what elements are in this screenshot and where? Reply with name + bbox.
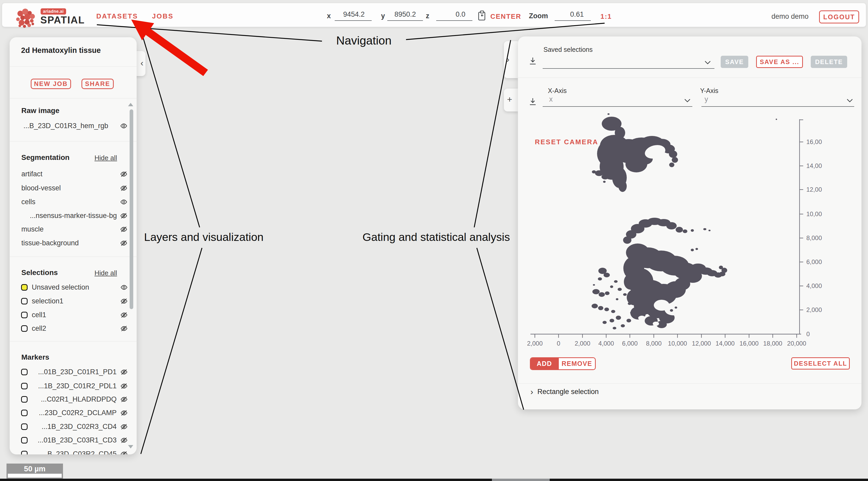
center-button[interactable]: CENTER <box>490 12 521 21</box>
selection-checkbox[interactable] <box>21 312 28 318</box>
marker-row[interactable]: ...1B_23D_C01R2_PDL1 <box>21 381 128 391</box>
chevron-down-icon[interactable] <box>846 98 853 102</box>
eye-icon[interactable] <box>120 198 127 206</box>
marker-label: ...01B_23D_C01R1_PD1 <box>28 368 120 376</box>
selection-label: cell1 <box>32 311 120 319</box>
divider <box>518 78 862 78</box>
svg-text:0: 0 <box>557 340 560 347</box>
eye-off-icon[interactable] <box>120 212 127 219</box>
eye-off-icon[interactable] <box>120 382 128 390</box>
eye-off-icon[interactable] <box>120 423 128 430</box>
marker-checkbox[interactable] <box>21 396 28 402</box>
eye-off-icon[interactable] <box>120 170 127 178</box>
eye-off-icon[interactable] <box>120 409 128 417</box>
download-icon[interactable] <box>529 57 537 66</box>
segmentation-row[interactable]: tissue-background <box>21 238 127 248</box>
x-axis-select[interactable]: x <box>542 95 692 107</box>
eye-icon[interactable] <box>120 122 127 130</box>
y-axis-select[interactable]: y <box>702 95 854 107</box>
eye-icon[interactable] <box>120 283 128 291</box>
coord-z-input[interactable]: 0.0 <box>436 10 472 21</box>
chevron-down-icon[interactable] <box>684 98 691 102</box>
scale-bar-rule <box>8 474 62 478</box>
selection-checkbox[interactable] <box>21 298 28 304</box>
marker-row[interactable]: ...1B_23D_C02R3_CD4 <box>21 421 128 432</box>
selection-row[interactable]: cell1 <box>21 310 128 320</box>
eye-off-icon[interactable] <box>120 437 128 444</box>
segmentation-row[interactable]: muscle <box>21 224 127 234</box>
layer-label: blood-vessel <box>21 184 120 192</box>
marker-label: ...C02R1_HLADRDPDQ <box>28 395 120 403</box>
rectangle-selection-toggle[interactable]: › Rectangle selection <box>530 388 599 396</box>
eye-off-icon[interactable] <box>120 297 128 305</box>
eye-off-icon[interactable] <box>120 368 128 376</box>
marker-row[interactable]: ...23D_C02R2_DCLAMP <box>21 408 128 418</box>
marker-row[interactable]: ...01B_23D_C01R1_PD1 <box>21 367 128 377</box>
segmentation-hide-all-link[interactable]: Hide all <box>94 154 117 162</box>
top-bar: ariadne.ai SPATIAL DATASETS JOBS x 9454.… <box>2 3 866 27</box>
marker-row[interactable]: ...C02R1_HLADRDPDQ <box>21 394 128 404</box>
eye-off-icon[interactable] <box>120 226 127 233</box>
one-to-one-button[interactable]: 1:1 <box>600 12 612 21</box>
selection-checkbox[interactable] <box>21 325 28 332</box>
remove-mode-button[interactable]: REMOVE <box>558 358 595 369</box>
svg-text:0: 0 <box>806 330 810 337</box>
add-plot-tab[interactable]: + <box>504 89 518 112</box>
zoom-input[interactable]: 0.61 <box>555 10 591 21</box>
gate-mode-group: ADD REMOVE <box>530 357 596 370</box>
download-icon[interactable] <box>529 97 537 106</box>
marker-row[interactable]: ...B_23D_C03R2_CD45 <box>21 449 128 454</box>
save-button[interactable]: SAVE <box>721 56 748 68</box>
svg-text:14,000: 14,000 <box>715 340 735 347</box>
segmentation-row[interactable]: blood-vessel <box>21 183 127 193</box>
eye-off-icon[interactable] <box>120 396 128 403</box>
selection-row[interactable]: cell2 <box>21 323 128 334</box>
scroll-up-arrow[interactable] <box>128 103 133 106</box>
stray-point <box>776 119 777 120</box>
right-panel-collapse-tab[interactable]: › <box>504 41 518 78</box>
coord-x-input[interactable]: 9454.2 <box>335 10 372 21</box>
new-job-button[interactable]: NEW JOB <box>31 79 71 89</box>
marker-label: ...1B_23D_C02R3_CD4 <box>28 423 120 431</box>
eye-off-icon[interactable] <box>120 311 128 319</box>
eye-off-icon[interactable] <box>120 184 127 192</box>
marker-label: ...B_23D_C03R2_CD45 <box>28 450 120 455</box>
saved-selections-select[interactable] <box>542 57 714 69</box>
chevron-down-icon[interactable] <box>704 60 711 65</box>
segmentation-row[interactable]: artifact <box>21 169 127 179</box>
delete-button[interactable]: DELETE <box>811 56 847 68</box>
marker-checkbox[interactable] <box>21 451 28 455</box>
raw-image-row[interactable]: ...B_23D_C01R3_hem_rgb <box>24 121 127 131</box>
save-as-button[interactable]: SAVE AS ... <box>756 56 803 68</box>
nav-datasets[interactable]: DATASETS <box>96 12 138 20</box>
marker-row[interactable]: ...01B_23D_C03R1_CD3 <box>21 435 128 445</box>
gating-scatter-plot[interactable]: 2,000 0 2,000 4,000 6,000 8,000 10,000 1… <box>526 112 862 350</box>
marker-checkbox[interactable] <box>21 369 28 375</box>
coord-y-input[interactable]: 8950.2 <box>387 10 423 21</box>
chevron-right-icon: › <box>530 388 533 396</box>
logout-button[interactable]: LOGOUT <box>819 10 859 24</box>
eye-off-icon[interactable] <box>120 450 128 455</box>
eye-off-icon[interactable] <box>120 325 128 332</box>
copy-coordinates-icon[interactable] <box>478 10 486 21</box>
marker-checkbox[interactable] <box>21 423 28 430</box>
marker-checkbox[interactable] <box>21 383 28 389</box>
selection-row[interactable]: selection1 <box>21 296 128 306</box>
scroll-down-arrow[interactable] <box>128 445 133 448</box>
share-button[interactable]: SHARE <box>82 79 114 89</box>
scrollbar-thumb[interactable] <box>130 109 133 309</box>
deselect-all-button[interactable]: DESELECT ALL <box>791 357 850 369</box>
nav-jobs[interactable]: JOBS <box>152 12 174 20</box>
add-mode-button[interactable]: ADD <box>531 358 558 369</box>
selection-checkbox[interactable] <box>21 284 28 291</box>
segmentation-row[interactable]: cells <box>21 197 127 207</box>
layer-label: ...nsensus-marker-tissue-bg <box>21 212 120 220</box>
marker-checkbox[interactable] <box>21 437 28 444</box>
marker-checkbox[interactable] <box>21 410 28 416</box>
selection-row[interactable]: Unsaved selection <box>21 282 128 293</box>
selections-hide-all-link[interactable]: Hide all <box>94 269 117 277</box>
divider <box>518 383 862 384</box>
segmentation-row[interactable]: ...nsensus-marker-tissue-bg <box>21 210 127 221</box>
svg-text:8,000: 8,000 <box>806 234 822 241</box>
eye-off-icon[interactable] <box>120 239 127 247</box>
